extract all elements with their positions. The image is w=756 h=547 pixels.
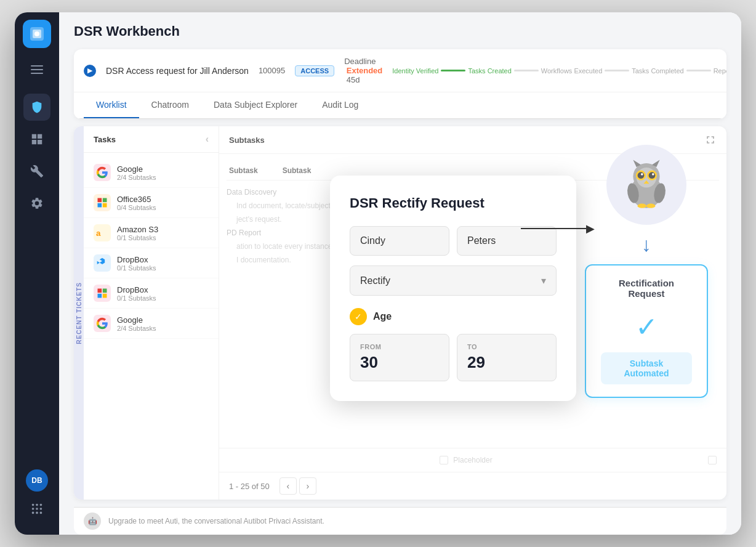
step-tasks-created: Tasks Created bbox=[468, 67, 511, 75]
gear-icon bbox=[30, 197, 44, 210]
toggle-arrow[interactable]: ▶ bbox=[84, 65, 96, 77]
svg-rect-13 bbox=[103, 198, 107, 203]
request-type-select[interactable]: Rectify ▾ bbox=[350, 265, 557, 296]
step-connector-1 bbox=[441, 70, 465, 71]
google-icon-2 bbox=[94, 315, 111, 332]
task-info-google-1: Google 2/4 Subtasks bbox=[117, 164, 209, 181]
bottom-bar: 🤖 Upgrade to meet Auti, the conversation… bbox=[74, 507, 726, 535]
ticket-title: DSR Access request for Jill Anderson bbox=[106, 66, 249, 76]
step-connector-2 bbox=[514, 70, 539, 71]
svg-rect-17 bbox=[98, 289, 102, 293]
age-label-row: ✓ Age bbox=[350, 308, 557, 325]
recent-tickets-strip[interactable]: RECENT TICKETS bbox=[74, 126, 84, 500]
dropbox-icon-2 bbox=[94, 285, 111, 302]
svg-rect-20 bbox=[103, 294, 107, 298]
first-name-field[interactable]: Cindy bbox=[350, 226, 449, 256]
chevron-down-icon: ▾ bbox=[541, 275, 546, 286]
svg-text:a: a bbox=[96, 229, 101, 238]
step-workflows: Workflows Executed bbox=[541, 67, 602, 75]
svg-point-7 bbox=[36, 508, 38, 510]
task-item-google-1[interactable]: Google 2/4 Subtasks bbox=[84, 158, 219, 188]
svg-point-9 bbox=[32, 512, 34, 514]
apps-icon[interactable] bbox=[26, 498, 48, 520]
tasks-list: Google 2/4 Subtasks Office365 0/4 Subtas… bbox=[84, 153, 219, 344]
svg-point-3 bbox=[32, 504, 34, 506]
user-avatar[interactable]: DB bbox=[26, 469, 48, 492]
sidebar-item-shield[interactable] bbox=[23, 94, 50, 121]
menu-toggle[interactable] bbox=[26, 60, 48, 79]
task-info-dropbox-2: DropBox 0/1 Subtasks bbox=[117, 285, 209, 302]
access-badge: ACCESS bbox=[295, 65, 334, 76]
task-info-office: Office365 0/4 Subtasks bbox=[117, 195, 209, 211]
ticket-panel: ▶ DSR Access request for Jill Anderson 1… bbox=[74, 49, 726, 119]
sidebar-nav bbox=[23, 94, 50, 469]
sidebar-item-wrench[interactable] bbox=[23, 158, 50, 185]
connect-arrow-container: ▶ bbox=[521, 222, 595, 235]
task-item-dropbox-2[interactable]: DropBox 0/1 Subtasks bbox=[84, 278, 219, 309]
task-item-google-2[interactable]: Google 2/4 Subtasks bbox=[84, 309, 219, 339]
svg-point-11 bbox=[40, 512, 42, 514]
step-connector-3 bbox=[605, 70, 629, 71]
dsr-modal: DSR Rectify Request Cindy Peters Rectify… bbox=[330, 176, 576, 401]
sidebar-item-settings[interactable] bbox=[23, 190, 50, 217]
step-connector-4 bbox=[686, 70, 711, 71]
age-label: Age bbox=[373, 311, 392, 322]
svg-point-2 bbox=[34, 31, 39, 36]
main-content: DSR Workbench ▶ DSR Access request for J… bbox=[59, 12, 741, 535]
ticket-id: 100095 bbox=[259, 66, 285, 75]
age-inputs: FROM 30 To 29 bbox=[350, 334, 557, 381]
svg-point-6 bbox=[32, 508, 34, 510]
ticket-header: ▶ DSR Access request for Jill Anderson 1… bbox=[74, 49, 726, 92]
tab-data-subject[interactable]: Data Subject Explorer bbox=[201, 92, 310, 118]
age-section: ✓ Age FROM 30 To 29 bbox=[350, 308, 557, 381]
task-item-amazon[interactable]: a Amazon S3 0/1 Subtasks bbox=[84, 218, 219, 248]
task-info-dropbox-1: DropBox 0/1 Subtasks bbox=[117, 255, 209, 272]
back-arrow[interactable]: ‹ bbox=[206, 134, 209, 145]
app-logo[interactable] bbox=[23, 20, 51, 48]
progress-steps: Identity Verified Tasks Created Workflow… bbox=[392, 67, 726, 75]
to-value: 29 bbox=[467, 353, 546, 372]
task-item-dropbox-1[interactable]: DropBox 0/1 Subtasks bbox=[84, 248, 219, 278]
to-input[interactable]: To 29 bbox=[457, 334, 557, 381]
svg-rect-19 bbox=[98, 294, 102, 298]
auti-avatar: 🤖 bbox=[84, 513, 101, 530]
tab-chatroom[interactable]: Chatroom bbox=[139, 92, 201, 118]
from-input[interactable]: FROM 30 bbox=[350, 334, 449, 381]
recent-tickets-label: RECENT TICKETS bbox=[76, 282, 82, 344]
office-icon bbox=[94, 194, 111, 211]
svg-point-5 bbox=[40, 504, 42, 506]
svg-point-10 bbox=[36, 512, 38, 514]
sidebar: DB bbox=[15, 12, 59, 535]
tab-audit-log[interactable]: Audit Log bbox=[310, 92, 371, 118]
bottom-bar-text: Upgrade to meet Auti, the conversational… bbox=[108, 517, 324, 525]
shield-icon bbox=[30, 100, 44, 114]
step-tasks-completed: Tasks Completed bbox=[632, 67, 683, 75]
svg-point-8 bbox=[40, 508, 42, 510]
dropbox-icon-1 bbox=[94, 254, 111, 272]
task-info-amazon: Amazon S3 0/1 Subtasks bbox=[117, 225, 209, 241]
svg-rect-15 bbox=[103, 203, 107, 208]
svg-rect-12 bbox=[98, 198, 102, 203]
logo-icon bbox=[28, 25, 46, 43]
sidebar-bottom: DB bbox=[26, 469, 48, 527]
tasks-panel-header: Tasks ‹ bbox=[84, 126, 219, 153]
arrow-line bbox=[521, 228, 586, 229]
request-type-value: Rectify bbox=[360, 275, 390, 286]
task-item-office365[interactable]: Office365 0/4 Subtasks bbox=[84, 188, 219, 218]
sidebar-item-grid[interactable] bbox=[23, 126, 50, 153]
svg-rect-18 bbox=[103, 289, 107, 293]
from-label: FROM bbox=[360, 343, 439, 350]
svg-point-4 bbox=[36, 504, 38, 506]
deadline-label: Deadline Extended 45d bbox=[344, 57, 382, 84]
modal-backdrop: ▶ DSR Rectify Request Cindy Peters Recti… bbox=[219, 126, 726, 500]
tasks-panel: Tasks ‹ Google 2/4 Subtasks bbox=[84, 126, 219, 500]
age-check-icon: ✓ bbox=[350, 308, 367, 325]
to-label: To bbox=[467, 343, 546, 350]
wrench-icon bbox=[30, 164, 44, 178]
subtasks-panel: Subtasks Subtask Subtask Data Discovery … bbox=[219, 126, 726, 500]
google-icon-1 bbox=[94, 164, 111, 181]
modal-title: DSR Rectify Request bbox=[350, 195, 557, 211]
tab-worklist[interactable]: Worklist bbox=[84, 92, 139, 118]
task-info-google-2: Google 2/4 Subtasks bbox=[117, 315, 209, 332]
arrow-head: ▶ bbox=[586, 222, 595, 235]
